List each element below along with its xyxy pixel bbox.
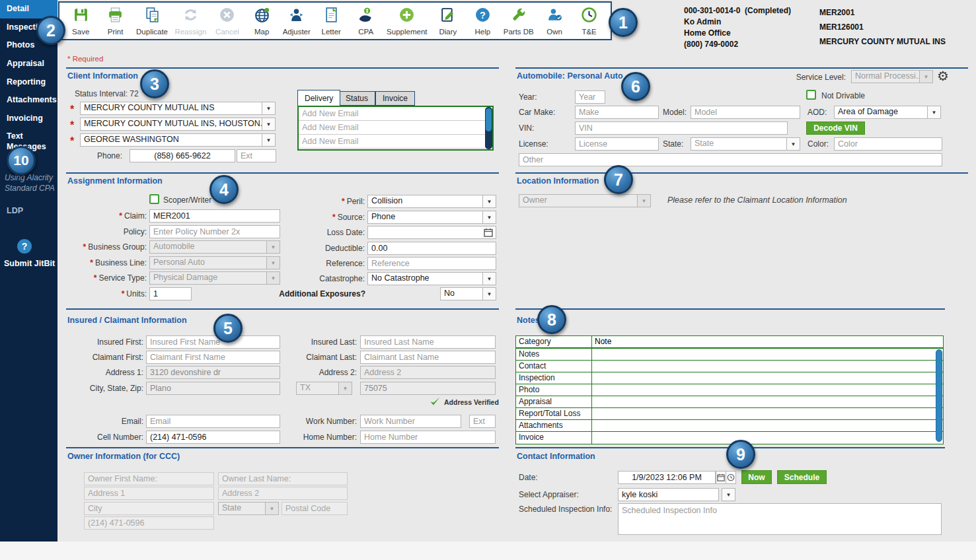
license-input[interactable] [575, 137, 659, 151]
date-input[interactable] [618, 471, 716, 484]
year-input[interactable] [575, 90, 605, 104]
note-value[interactable] [592, 349, 943, 360]
table-row[interactable]: Appraisal [516, 396, 943, 408]
dropdown-arrow-icon[interactable]: ▼ [722, 488, 735, 501]
email-list-scrollbar[interactable] [485, 107, 492, 149]
insured-first-input[interactable] [146, 335, 280, 349]
letter-button[interactable]: Letter [317, 7, 345, 36]
sidebar-item-invoicing[interactable]: Invoicing [0, 110, 57, 128]
color-input[interactable] [834, 137, 942, 151]
submit-jitbit-link[interactable]: Submit JitBit [4, 259, 55, 268]
not-drivable-checkbox[interactable] [806, 90, 816, 100]
calendar-icon[interactable] [484, 228, 493, 240]
dropdown-arrow-icon[interactable]: ▼ [262, 118, 276, 131]
scrollbar-thumb[interactable] [936, 349, 942, 442]
client-contact-select[interactable]: GEORGE WASHINGTON ▼ [80, 133, 276, 147]
sidebar-item-attachments[interactable]: Attachments [0, 91, 57, 110]
dropdown-arrow-icon[interactable]: ▼ [482, 287, 496, 300]
units-input[interactable] [149, 287, 192, 300]
note-value[interactable] [592, 420, 943, 431]
schedule-button[interactable]: Schedule [777, 470, 827, 484]
table-row[interactable]: Report/Total Loss [516, 408, 943, 420]
sidebar-item-ldp[interactable]: LDP [7, 206, 23, 215]
table-row[interactable]: Notes [516, 349, 943, 361]
dropdown-arrow-icon[interactable]: ▼ [927, 106, 941, 119]
diary-button[interactable]: Diary [434, 7, 462, 36]
calendar-icon[interactable] [716, 471, 726, 484]
now-button[interactable]: Now [741, 470, 772, 484]
reference-input[interactable] [367, 257, 496, 270]
note-value[interactable] [592, 372, 943, 384]
decode-vin-button[interactable]: Decode VIN [806, 122, 865, 135]
peril-select[interactable]: Collision ▼ [367, 195, 496, 208]
table-row[interactable]: Inspection [516, 372, 943, 384]
additional-exposures-select[interactable]: No ▼ [440, 287, 496, 300]
client-phone-ext-input[interactable] [237, 149, 276, 162]
work-ext-input[interactable] [469, 415, 496, 428]
dropdown-arrow-icon[interactable]: ▼ [262, 133, 276, 147]
add-email-input[interactable] [299, 107, 485, 121]
aod-select[interactable]: Area of Damage ▼ [834, 106, 941, 119]
dropdown-arrow-icon[interactable]: ▼ [482, 272, 496, 285]
scoper-writer-checkbox[interactable] [149, 194, 159, 204]
note-value[interactable] [592, 361, 943, 372]
cell-number-input[interactable] [146, 431, 280, 444]
note-value[interactable] [592, 384, 943, 396]
make-input[interactable] [575, 106, 659, 119]
help-button[interactable]: ? Help [469, 7, 496, 36]
catastrophe-select[interactable]: No Catastrophe ▼ [367, 272, 496, 285]
policy-input[interactable] [149, 225, 280, 238]
dropdown-arrow-icon[interactable]: ▼ [262, 102, 276, 115]
add-email-input[interactable] [299, 135, 485, 149]
dropdown-arrow-icon[interactable]: ▼ [482, 195, 496, 208]
table-row[interactable]: Attachments [516, 420, 943, 432]
home-number-input[interactable] [360, 431, 496, 444]
table-row[interactable]: Invoice [516, 432, 943, 444]
sidebar-item-appraisal[interactable]: Appraisal [0, 55, 57, 73]
client-office-select[interactable]: MERCURY COUNTY MUTUAL INS, HOUSTON... ▼ [80, 118, 276, 131]
claimant-first-input[interactable] [146, 351, 280, 364]
appraiser-input[interactable] [618, 488, 719, 501]
add-email-input[interactable] [299, 121, 485, 135]
insured-last-input[interactable] [360, 335, 496, 349]
scheduled-inspection-textarea[interactable] [618, 503, 942, 535]
duplicate-button[interactable]: Duplicate [136, 7, 168, 36]
model-input[interactable] [691, 106, 800, 119]
time-expense-button[interactable]: T&E [576, 7, 603, 36]
client-phone-input[interactable] [130, 149, 235, 162]
own-button[interactable]: Own [541, 7, 568, 36]
state-select[interactable]: State ▼ [691, 137, 800, 151]
tab-invoice[interactable]: Invoice [375, 91, 415, 106]
table-row[interactable]: Contact [516, 361, 943, 372]
cpa-button[interactable]: CPA [352, 7, 380, 36]
tab-status[interactable]: Status [338, 91, 375, 106]
work-number-input[interactable] [360, 415, 461, 428]
table-row[interactable]: Photo [516, 384, 943, 396]
client-company-select[interactable]: MERCURY COUNTY MUTUAL INS ▼ [80, 102, 276, 115]
other-input[interactable] [519, 153, 942, 166]
save-button[interactable]: Save [67, 7, 94, 36]
print-button[interactable]: Print [102, 7, 130, 36]
dropdown-arrow-icon[interactable]: ▼ [482, 211, 496, 224]
sidebar-item-reporting[interactable]: Reporting [0, 73, 57, 92]
note-value[interactable] [592, 432, 943, 444]
email-input[interactable] [146, 415, 280, 428]
notes-scrollbar[interactable] [936, 349, 942, 442]
scrollbar-thumb[interactable] [486, 108, 492, 131]
vin-input[interactable] [575, 122, 788, 135]
note-value[interactable] [592, 396, 943, 407]
map-button[interactable]: Map [248, 7, 276, 36]
tab-delivery[interactable]: Delivery [297, 90, 340, 106]
loss-date-input[interactable] [367, 226, 496, 239]
parts-db-button[interactable]: Parts DB [504, 7, 534, 36]
claimant-last-input[interactable] [360, 351, 496, 364]
source-select[interactable]: Phone ▼ [367, 211, 496, 224]
help-icon[interactable]: ? [17, 239, 32, 254]
deductible-input[interactable] [367, 242, 496, 255]
clock-icon[interactable] [726, 471, 736, 484]
gear-icon[interactable]: ⚙ [937, 69, 949, 83]
adjuster-button[interactable]: Adjuster [283, 7, 311, 36]
dropdown-arrow-icon[interactable]: ▼ [786, 137, 800, 151]
note-value[interactable] [592, 408, 943, 419]
supplement-button[interactable]: Supplement [387, 7, 427, 36]
